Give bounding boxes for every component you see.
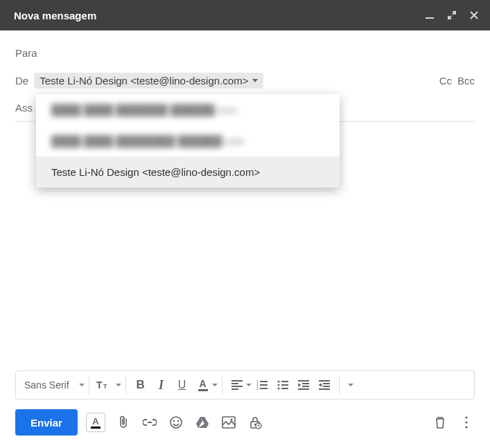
svg-point-18 bbox=[465, 421, 467, 423]
more-format-icon[interactable] bbox=[348, 384, 353, 386]
to-label: Para bbox=[15, 47, 37, 59]
svg-point-17 bbox=[465, 416, 467, 418]
bold-icon[interactable]: B bbox=[130, 375, 151, 395]
svg-text:T: T bbox=[96, 379, 103, 391]
align-icon[interactable] bbox=[227, 375, 247, 395]
svg-point-19 bbox=[465, 426, 467, 428]
cc-button[interactable]: Cc bbox=[439, 75, 452, 87]
insert-icons: A bbox=[86, 413, 263, 432]
svg-point-8 bbox=[277, 388, 279, 390]
format-toolbar-wrap: Sans Serif TT B I U A bbox=[0, 370, 490, 400]
minimize-icon[interactable] bbox=[425, 10, 435, 20]
from-row: De Teste Li-Nó Design <teste@lino-design… bbox=[15, 66, 475, 94]
from-option[interactable]: Teste Li-Nó Design <teste@lino-design.co… bbox=[36, 156, 340, 188]
chevron-down-icon[interactable] bbox=[212, 384, 218, 386]
emoji-icon[interactable] bbox=[168, 414, 184, 431]
from-option[interactable]: ████ ████ ████████ ██████.com bbox=[36, 125, 340, 156]
expand-icon[interactable] bbox=[447, 10, 457, 20]
indent-increase-icon[interactable] bbox=[314, 375, 335, 395]
titlebar: Nova mensagem bbox=[0, 0, 490, 30]
image-icon[interactable] bbox=[220, 414, 237, 431]
send-button[interactable]: Enviar bbox=[15, 409, 78, 436]
font-name: Sans Serif bbox=[24, 379, 69, 391]
underline-icon[interactable]: U bbox=[172, 375, 193, 395]
window-title: Nova mensagem bbox=[14, 10, 425, 21]
chevron-down-icon[interactable] bbox=[246, 384, 252, 386]
italic-icon[interactable]: I bbox=[151, 375, 172, 395]
from-dropdown: ████ ████ ███████ ██████.com ████ ████ █… bbox=[36, 94, 340, 188]
bottom-bar: Enviar A bbox=[0, 400, 490, 448]
numbered-list-icon[interactable]: 123 bbox=[252, 375, 272, 395]
svg-point-10 bbox=[173, 420, 175, 422]
from-option[interactable]: ████ ████ ███████ ██████.com bbox=[36, 94, 340, 125]
bottom-right-controls bbox=[432, 414, 475, 431]
attach-icon[interactable] bbox=[115, 414, 132, 431]
svg-rect-0 bbox=[426, 17, 434, 19]
bcc-button[interactable]: Bcc bbox=[457, 75, 475, 87]
format-mode-icon[interactable]: A bbox=[86, 413, 105, 432]
svg-point-6 bbox=[277, 381, 279, 383]
text-color-icon[interactable]: A bbox=[193, 375, 213, 395]
link-icon[interactable] bbox=[141, 414, 158, 431]
drive-icon[interactable] bbox=[194, 414, 211, 431]
svg-point-7 bbox=[277, 384, 279, 386]
indent-decrease-icon[interactable] bbox=[293, 375, 314, 395]
from-value: Teste Li-Nó Design <teste@lino-design.co… bbox=[40, 75, 248, 87]
svg-point-13 bbox=[230, 419, 232, 421]
close-icon[interactable] bbox=[469, 10, 479, 20]
confidential-icon[interactable] bbox=[247, 414, 263, 431]
text-size-icon[interactable]: TT bbox=[94, 375, 114, 395]
compose-window: Nova mensagem Para De Teste Li-Nó Design… bbox=[0, 0, 490, 448]
format-toolbar: Sans Serif TT B I U A bbox=[15, 370, 475, 400]
chevron-down-icon bbox=[79, 384, 85, 386]
to-row[interactable]: Para bbox=[15, 39, 475, 66]
overflow-icon[interactable] bbox=[458, 414, 475, 431]
from-selector[interactable]: Teste Li-Nó Design <teste@lino-design.co… bbox=[34, 73, 263, 89]
cc-bcc-controls: Cc Bcc bbox=[439, 75, 475, 87]
svg-text:T: T bbox=[103, 383, 107, 390]
trash-icon[interactable] bbox=[432, 414, 448, 431]
from-label: De bbox=[15, 75, 28, 87]
subject-label: Ass bbox=[15, 102, 33, 114]
chevron-down-icon[interactable] bbox=[116, 384, 121, 386]
window-controls bbox=[425, 10, 479, 20]
chevron-down-icon bbox=[252, 79, 258, 82]
header-fields: Para De Teste Li-Nó Design <teste@lino-d… bbox=[0, 30, 490, 122]
svg-point-11 bbox=[177, 420, 179, 422]
svg-text:3: 3 bbox=[256, 386, 259, 390]
bulleted-list-icon[interactable] bbox=[272, 375, 293, 395]
font-family-selector[interactable]: Sans Serif bbox=[16, 371, 89, 399]
svg-point-9 bbox=[170, 417, 182, 428]
